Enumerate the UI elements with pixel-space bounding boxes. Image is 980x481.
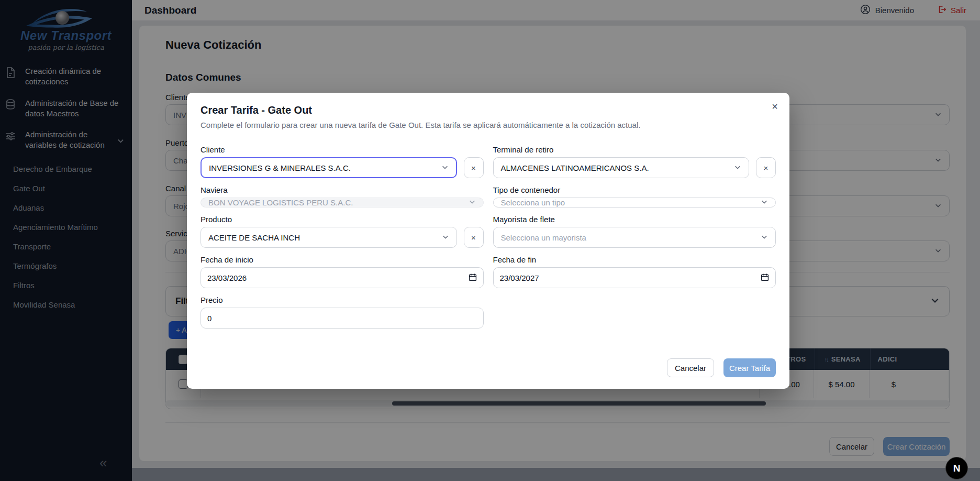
cliente-label: Cliente bbox=[201, 145, 484, 154]
precio-input[interactable]: 0 bbox=[201, 308, 484, 329]
calendar-icon[interactable] bbox=[761, 273, 769, 283]
modal-cancel-button[interactable]: Cancelar bbox=[667, 358, 714, 377]
producto-value: ACEITE DE SACHA INCH bbox=[208, 233, 300, 242]
tipo-contenedor-placeholder: Selecciona un tipo bbox=[501, 198, 565, 207]
terminal-value: ALMACENES LATINOAMERICANOS S.A. bbox=[501, 163, 649, 172]
fecha-fin-input[interactable]: 23/03/2027 bbox=[493, 267, 776, 288]
chevron-down-icon bbox=[761, 233, 768, 242]
fecha-fin-value: 23/03/2027 bbox=[500, 274, 539, 282]
crear-tarifa-modal: × Crear Tarifa - Gate Out Complete el fo… bbox=[187, 93, 789, 389]
calendar-icon[interactable] bbox=[469, 273, 477, 283]
producto-select[interactable]: ACEITE DE SACHA INCH bbox=[201, 227, 457, 248]
cliente-clear-button[interactable]: × bbox=[464, 157, 484, 178]
close-icon[interactable]: × bbox=[772, 101, 778, 112]
naviera-label: Naviera bbox=[201, 185, 484, 194]
mayorista-label: Mayorista de flete bbox=[493, 215, 776, 224]
precio-label: Precio bbox=[201, 296, 484, 304]
fecha-inicio-value: 23/03/2026 bbox=[207, 274, 247, 282]
modal-description: Complete el formulario para crear una nu… bbox=[201, 121, 776, 129]
precio-value: 0 bbox=[207, 314, 211, 323]
producto-label: Producto bbox=[201, 215, 484, 224]
naviera-select: BON VOYAGE LOGISTICS PERU S.A.C. bbox=[201, 198, 484, 207]
naviera-value: BON VOYAGE LOGISTICS PERU S.A.C. bbox=[208, 198, 353, 207]
chevron-down-icon bbox=[442, 233, 449, 242]
terminal-select[interactable]: ALMACENES LATINOAMERICANOS S.A. bbox=[493, 157, 750, 178]
mayorista-placeholder: Selecciona un mayorista bbox=[501, 233, 586, 242]
tipo-contenedor-select[interactable]: Selecciona un tipo bbox=[493, 198, 776, 207]
tipo-contenedor-label: Tipo de contenedor bbox=[493, 185, 776, 194]
chevron-down-icon bbox=[761, 198, 768, 207]
producto-clear-button[interactable]: × bbox=[464, 227, 484, 248]
modal-title: Crear Tarifa - Gate Out bbox=[201, 104, 776, 116]
terminal-clear-button[interactable]: × bbox=[756, 157, 776, 178]
nextjs-dev-badge[interactable]: N bbox=[945, 457, 968, 479]
fecha-inicio-label: Fecha de inicio bbox=[201, 255, 484, 264]
cliente-select[interactable]: INVERSIONES G & MINERALES S.A.C. bbox=[201, 157, 457, 178]
app-root: Nueva Cotización Datos Comunes Cliente I… bbox=[0, 0, 980, 481]
chevron-down-icon bbox=[734, 163, 741, 172]
grid-spacer bbox=[493, 296, 776, 329]
cliente-value: INVERSIONES G & MINERALES S.A.C. bbox=[209, 163, 351, 172]
fecha-inicio-input[interactable]: 23/03/2026 bbox=[201, 267, 484, 288]
chevron-down-icon bbox=[469, 198, 476, 207]
chevron-down-icon bbox=[441, 163, 449, 172]
terminal-label: Terminal de retiro bbox=[493, 145, 776, 154]
mayorista-select[interactable]: Selecciona un mayorista bbox=[493, 227, 776, 248]
crear-tarifa-button[interactable]: Crear Tarifa bbox=[723, 358, 776, 377]
fecha-fin-label: Fecha de fin bbox=[493, 255, 776, 264]
